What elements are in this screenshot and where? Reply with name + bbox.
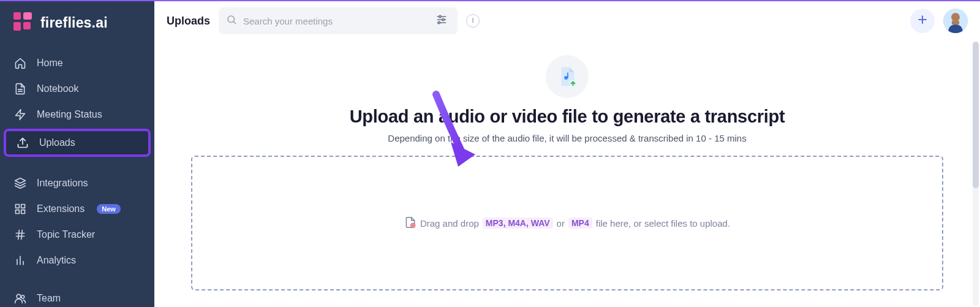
content: Upload an audio or video file to generat… (154, 40, 980, 307)
nav-group-primary: Home Notebook Meeting Status Uploads (0, 45, 154, 158)
svg-rect-10 (21, 205, 25, 208)
hash-icon (13, 228, 27, 241)
sidebar-item-label: Home (37, 58, 63, 69)
sidebar-item-label: Topic Tracker (37, 229, 95, 240)
add-button[interactable] (910, 9, 935, 33)
svg-point-27 (442, 18, 444, 20)
svg-point-21 (21, 295, 24, 298)
svg-marker-8 (15, 178, 26, 183)
document-icon (13, 82, 27, 96)
nav-group-secondary: Integrations Extensions New Topic Tracke… (0, 165, 154, 273)
svg-marker-6 (16, 110, 25, 120)
home-icon (13, 56, 27, 70)
sidebar-item-label: Team (37, 293, 61, 304)
sidebar-item-label: Meeting Status (37, 109, 102, 120)
file-add-icon (404, 216, 417, 230)
sidebar-item-notebook[interactable]: Notebook (0, 76, 154, 102)
sidebar-item-home[interactable]: Home (0, 50, 154, 76)
team-icon (13, 292, 27, 305)
svg-point-29 (438, 21, 440, 23)
svg-rect-12 (16, 210, 20, 214)
upload-title: Upload an audio or video file to generat… (191, 107, 943, 127)
dropzone-text: Drag and drop MP3, M4A, WAV or MP4 file … (404, 216, 730, 230)
sidebar-item-extensions[interactable]: Extensions New (0, 196, 154, 222)
brand[interactable]: fireflies.ai (0, 1, 154, 45)
sidebar-item-topic-tracker[interactable]: Topic Tracker (0, 222, 154, 248)
avatar[interactable] (943, 9, 968, 33)
svg-rect-2 (23, 12, 32, 20)
sidebar-item-analytics[interactable]: Analytics (0, 248, 154, 273)
layers-icon (13, 176, 27, 190)
svg-point-22 (228, 16, 235, 23)
topbar: Uploads (154, 1, 980, 40)
dropzone-or: or (557, 218, 565, 229)
svg-line-23 (234, 21, 236, 23)
page-title: Uploads (167, 15, 210, 28)
svg-rect-11 (21, 210, 25, 214)
grid-icon (13, 202, 27, 216)
svg-rect-3 (23, 22, 31, 29)
upload-icon (16, 136, 29, 150)
upload-dropzone[interactable]: Drag and drop MP3, M4A, WAV or MP4 file … (191, 156, 943, 290)
dropzone-suffix: file here, or select files to upload. (596, 218, 730, 229)
format-video: MP4 (568, 218, 592, 229)
sidebar-item-label: Analytics (37, 255, 76, 266)
main: Uploads (154, 1, 980, 307)
svg-point-35 (951, 13, 960, 21)
svg-rect-9 (16, 205, 20, 208)
sidebar-item-uploads[interactable]: Uploads (4, 129, 151, 157)
bars-icon (13, 254, 27, 267)
brand-logo-icon (13, 11, 34, 34)
search-icon (226, 14, 237, 28)
search-box[interactable] (219, 7, 458, 34)
upload-header: Upload an audio or video file to generat… (191, 55, 943, 143)
filter-sliders-icon[interactable] (435, 13, 448, 28)
plus-icon (916, 13, 929, 28)
upload-subtitle: Depending on the size of the audio file,… (191, 133, 943, 143)
svg-point-31 (473, 19, 473, 20)
format-audio: MP3, M4A, WAV (483, 218, 553, 229)
scrollbar-thumb[interactable] (973, 42, 979, 188)
svg-rect-0 (13, 12, 21, 20)
sidebar-item-label: Integrations (37, 178, 88, 189)
sidebar-item-integrations[interactable]: Integrations (0, 170, 154, 196)
dropzone-prefix: Drag and drop (420, 218, 479, 229)
sidebar-item-label: Uploads (39, 137, 75, 148)
svg-rect-1 (13, 22, 21, 31)
search-input[interactable] (243, 16, 435, 26)
svg-line-15 (18, 230, 20, 240)
sidebar-item-label: Notebook (37, 83, 79, 94)
svg-point-25 (439, 15, 441, 17)
info-icon[interactable] (466, 14, 480, 28)
sidebar: fireflies.ai Home Notebook Meeting Statu… (0, 1, 154, 307)
badge-new: New (97, 204, 121, 214)
brand-name: fireflies.ai (40, 15, 108, 31)
sidebar-item-label: Extensions (37, 203, 85, 214)
bolt-icon (13, 108, 27, 121)
file-upload-illustration-icon (546, 55, 589, 98)
sidebar-item-meeting-status[interactable]: Meeting Status (0, 102, 154, 127)
nav-group-tertiary: Team (0, 281, 154, 307)
svg-line-16 (21, 230, 23, 240)
sidebar-item-team[interactable]: Team (0, 286, 154, 307)
svg-point-20 (17, 294, 21, 298)
